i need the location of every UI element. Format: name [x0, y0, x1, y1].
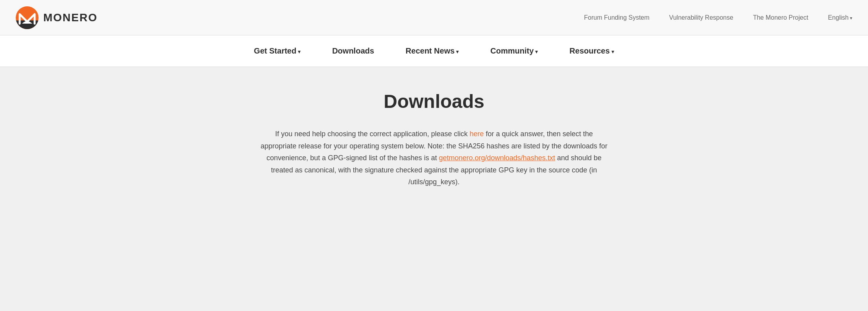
top-navigation: MONERO Forum Funding System Vulnerabilit… [0, 0, 868, 35]
page-description: If you need help choosing the correct ap… [257, 128, 611, 188]
top-nav-monero-project[interactable]: The Monero Project [753, 14, 809, 21]
main-nav-community[interactable]: Community [490, 46, 538, 56]
description-part1: If you need help choosing the correct ap… [275, 130, 469, 138]
page-content: Downloads If you need help choosing the … [0, 67, 868, 264]
main-navigation: Get Started Downloads Recent News Commun… [0, 35, 868, 67]
main-nav-downloads[interactable]: Downloads [332, 46, 374, 56]
top-nav-forum-funding[interactable]: Forum Funding System [584, 14, 649, 21]
main-nav-resources[interactable]: Resources [569, 46, 614, 56]
main-nav-recent-news[interactable]: Recent News [406, 46, 459, 56]
hashes-link[interactable]: getmonero.org/downloads/hashes.txt [439, 154, 555, 162]
logo-area[interactable]: MONERO [16, 6, 98, 29]
top-nav-english[interactable]: English [828, 14, 852, 21]
main-nav-get-started[interactable]: Get Started [254, 46, 301, 56]
monero-logo-icon [16, 6, 39, 29]
top-nav-vulnerability-response[interactable]: Vulnerability Response [669, 14, 733, 21]
page-title: Downloads [8, 91, 860, 112]
top-nav-links: Forum Funding System Vulnerability Respo… [584, 14, 852, 21]
here-link[interactable]: here [470, 130, 484, 138]
logo-text: MONERO [43, 11, 98, 24]
